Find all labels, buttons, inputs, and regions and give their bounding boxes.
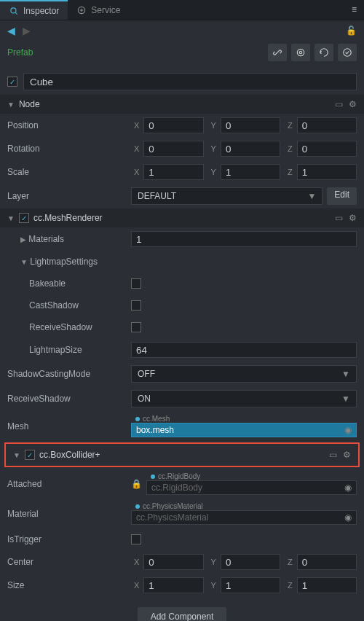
materials-count-input[interactable] — [131, 231, 357, 247]
asset-pick-icon: ◉ — [344, 425, 352, 435]
section-title: Node — [19, 99, 40, 109]
castshadow-checkbox[interactable] — [131, 300, 141, 310]
boxcollider-section-header[interactable]: ▼ cc.BoxCollider+ ▭ ⚙ — [6, 445, 358, 464]
node-name-input[interactable] — [23, 73, 357, 90]
tab-service[interactable]: Service — [68, 0, 129, 20]
axis-z: Z — [288, 121, 293, 130]
rotation-y-input[interactable] — [221, 141, 280, 157]
lightmapsize-label: LightmapSize — [7, 345, 131, 355]
scale-y-input[interactable] — [221, 164, 280, 180]
tab-inspector[interactable]: Inspector — [0, 0, 68, 20]
layer-edit-button[interactable]: Edit — [327, 187, 357, 205]
nav-forward-icon[interactable]: ▶ — [23, 25, 31, 36]
center-y-input[interactable] — [221, 554, 280, 570]
istrigger-label: IsTrigger — [7, 534, 131, 544]
chevron-down-icon: ▼ — [307, 191, 316, 201]
castshadow-label: CastShadow — [7, 300, 131, 310]
material-label: Material — [7, 509, 131, 519]
materials-label[interactable]: ▶ Materials — [7, 234, 131, 244]
attached-asset-field[interactable]: cc.RigidBody◉ — [146, 480, 357, 495]
material-type-label: cc.PhysicsMaterial — [131, 502, 357, 510]
help-icon[interactable]: ▭ — [335, 99, 343, 109]
menu-button[interactable]: ≡ — [344, 0, 364, 20]
attached-type-label: cc.RigidBody — [146, 472, 357, 480]
axis-y: Y — [211, 121, 216, 130]
receiveshadow-label: ReceiveShadow — [7, 322, 131, 332]
boxcollider-enabled-checkbox[interactable] — [25, 450, 35, 460]
svg-point-0 — [11, 7, 16, 12]
receiveshadow-dropdown[interactable]: ON▼ — [131, 390, 357, 407]
caret-down-icon: ▼ — [7, 214, 15, 222]
size-y-input[interactable] — [221, 577, 280, 593]
revert-button[interactable] — [314, 44, 333, 61]
istrigger-checkbox[interactable] — [131, 534, 141, 544]
tab-label: Service — [91, 5, 120, 15]
mesh-label: Mesh — [7, 421, 131, 431]
center-z-input[interactable] — [297, 554, 357, 570]
tab-label: Inspector — [23, 6, 59, 16]
layer-dropdown[interactable]: DEFAULT ▼ — [131, 187, 323, 205]
service-icon — [76, 5, 87, 15]
node-active-checkbox[interactable] — [7, 77, 17, 87]
material-asset-field[interactable]: cc.PhysicsMaterial◉ — [131, 510, 357, 525]
center-x-input[interactable] — [143, 554, 203, 570]
mesh-asset-field[interactable]: box.mesh◉ — [131, 423, 357, 437]
lock-icon: 🔒 — [131, 479, 142, 489]
apply-button[interactable] — [338, 44, 357, 61]
svg-point-4 — [344, 49, 352, 57]
size-x-input[interactable] — [143, 577, 203, 593]
shadowcasting-dropdown[interactable]: OFF▼ — [131, 365, 357, 383]
unlock-icon[interactable]: 🔓 — [346, 26, 357, 36]
scale-z-input[interactable] — [297, 164, 357, 180]
caret-down-icon: ▼ — [13, 451, 20, 459]
position-label: Position — [7, 120, 131, 130]
help-icon[interactable]: ▭ — [335, 213, 343, 223]
shadowcasting-label: ShadowCastingMode — [7, 369, 131, 379]
lightmapsize-input[interactable] — [131, 342, 357, 358]
meshrenderer-enabled-checkbox[interactable] — [19, 213, 29, 223]
center-label: Center — [7, 557, 131, 567]
section-title: cc.BoxCollider+ — [39, 450, 100, 460]
nav-back-icon[interactable]: ◀ — [7, 25, 15, 36]
node-section-header[interactable]: ▼ Node ▭ ⚙ — [0, 95, 364, 114]
locate-button[interactable] — [291, 44, 310, 61]
size-label: Size — [7, 580, 131, 590]
gear-icon[interactable]: ⚙ — [343, 450, 351, 460]
svg-point-2 — [299, 51, 302, 54]
svg-point-3 — [297, 49, 304, 55]
position-z-input[interactable] — [297, 117, 357, 133]
axis-x: X — [134, 121, 139, 130]
section-title: cc.MeshRenderer — [33, 213, 103, 223]
receiveshadow-mode-label: ReceiveShadow — [7, 394, 131, 404]
gear-icon[interactable]: ⚙ — [349, 213, 357, 223]
position-x-input[interactable] — [143, 117, 203, 133]
add-component-button[interactable]: Add Component — [138, 607, 227, 621]
size-z-input[interactable] — [297, 577, 357, 593]
meshrenderer-section-header[interactable]: ▼ cc.MeshRenderer ▭ ⚙ — [0, 208, 364, 227]
unlink-button[interactable] — [268, 44, 287, 61]
rotation-z-input[interactable] — [297, 141, 357, 157]
bakeable-checkbox[interactable] — [131, 278, 141, 289]
bakeable-label: Bakeable — [7, 278, 131, 289]
position-y-input[interactable] — [221, 117, 280, 133]
lightmap-settings-label[interactable]: ▼ LightmapSettings — [7, 257, 131, 267]
scale-label: Scale — [7, 167, 131, 177]
layer-label: Layer — [7, 191, 131, 201]
rotation-x-input[interactable] — [143, 141, 203, 157]
inspector-icon — [9, 6, 19, 16]
receiveshadow-checkbox[interactable] — [131, 322, 141, 332]
mesh-type-label: cc.Mesh — [131, 415, 357, 423]
scale-x-input[interactable] — [143, 164, 203, 180]
prefab-label: Prefab — [7, 47, 33, 58]
help-icon[interactable]: ▭ — [329, 450, 337, 460]
attached-label: Attached — [7, 479, 131, 489]
gear-icon[interactable]: ⚙ — [349, 99, 357, 109]
rotation-label: Rotation — [7, 144, 131, 154]
caret-down-icon: ▼ — [7, 101, 15, 109]
